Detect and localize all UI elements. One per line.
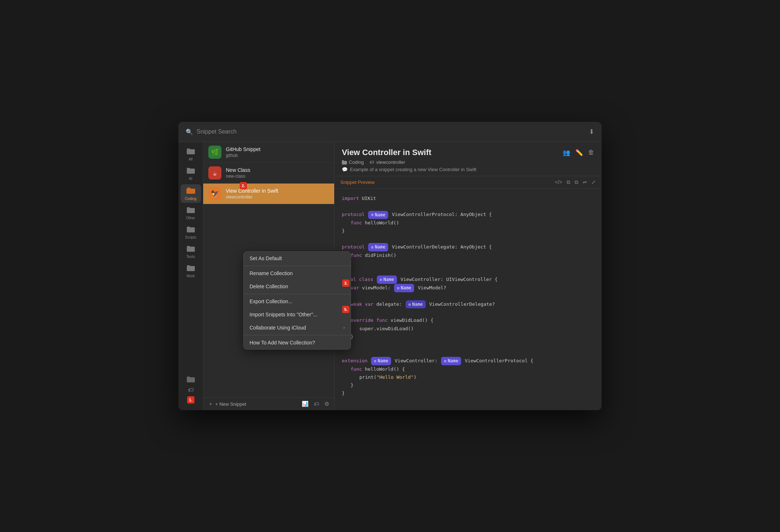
context-menu: 4. Set As Default 3. Rename Collection D… [243, 251, 351, 350]
step-badge-3: 3. [342, 280, 350, 287]
svg-rect-7 [187, 227, 190, 228]
code-line-18: } [342, 333, 594, 341]
search-bar: 🔍 ⬇ [178, 122, 602, 142]
svg-rect-9 [187, 246, 190, 247]
add-snippet-button[interactable]: ＋ + New Snippet [208, 401, 246, 407]
code-toolbar: Snippet Preview </> ⧉ ⧉ ⇌ ⤢ [335, 176, 602, 189]
code-line-blank-3 [342, 267, 594, 275]
sidebar-tag-icon[interactable]: 🏷 [188, 387, 194, 393]
search-icon: 🔍 [186, 128, 193, 135]
sidebar-item-other[interactable]: Other [181, 204, 201, 222]
code-line-blank-5 [342, 308, 594, 316]
svg-rect-1 [187, 149, 190, 150]
name-badge-6: ⊞ Name [371, 357, 391, 365]
name-badge-3: ⊞ Name [377, 275, 397, 284]
sidebar-item-ai[interactable]: AI [181, 165, 201, 183]
list-panel: 2. 🌿 GitHub Snippet github ☕ [203, 142, 335, 410]
svg-rect-10 [187, 266, 195, 271]
code-line-blank-6 [342, 349, 594, 357]
sidebar-label-scripts: Scripts [185, 235, 196, 239]
snippet-sub-viewcontroller: viewcontroller [226, 194, 329, 200]
sidebar-label-other: Other [186, 216, 195, 220]
code-line-blank-1 [342, 203, 594, 211]
folder-icon-coding [186, 186, 195, 196]
name-badge-5: ⊞ Name [406, 300, 426, 308]
svg-rect-13 [187, 377, 190, 378]
sidebar-label-tests: Tests [186, 255, 195, 259]
code-icon[interactable]: </> [555, 179, 562, 185]
step-badge-5: 5. [342, 306, 350, 313]
sidebar-label-all: All [189, 157, 193, 161]
code-line-22: func helloWorld() { [342, 365, 594, 373]
code-line-9: } [342, 259, 594, 267]
tag-icon[interactable]: 🏷 [314, 401, 319, 407]
snippet-info-viewcontroller: View Controller in Swift viewcontroller [226, 188, 329, 200]
snippet-item-newclass[interactable]: ☕ New Class new-class [203, 163, 334, 184]
chevron-right-icon: › [343, 325, 345, 330]
sidebar-label-work: Work [186, 274, 195, 278]
snippet-info-github: GitHub Snippet github [226, 146, 329, 158]
sidebar-folder-icon[interactable] [187, 376, 195, 384]
tag-icon-small: 🏷 [370, 159, 374, 165]
gear-icon[interactable]: ⚙ [324, 401, 329, 407]
detail-actions: 👥 ✏️ 🗑 [563, 149, 594, 157]
snippet-sub-newclass: new-class [226, 174, 329, 179]
context-menu-icloud[interactable]: Collaborate Using iCloud › [244, 321, 351, 334]
folder-icon-ai [187, 167, 195, 176]
notification-icon[interactable]: ⬇ [589, 128, 594, 136]
list-toolbar: ＋ + New Snippet 📊 🏷 ⚙ [203, 397, 334, 410]
svg-rect-0 [187, 149, 195, 154]
context-menu-sep-2 [244, 294, 351, 294]
code-line-11: final class ⊞ Name ViewController: UIVie… [342, 275, 594, 284]
snippet-icon-newclass: ☕ [208, 166, 221, 180]
delete-icon[interactable]: 🗑 [588, 149, 594, 157]
main-area: All AI Coding Other [178, 142, 602, 410]
copy-format-icon[interactable]: ⧉ [575, 179, 578, 185]
detail-title: View Controller in Swift [342, 148, 431, 157]
detail-description: 💬 Example of a snippet creating a new Vi… [342, 167, 594, 172]
snippet-name-github: GitHub Snippet [226, 146, 329, 152]
context-menu-import[interactable]: Import Snippets Into "Other"... [244, 308, 351, 321]
code-area[interactable]: import UIKit protocol ⊞ Name ViewControl… [335, 189, 602, 410]
code-line-8: func didFinish() [342, 251, 594, 259]
sidebar-item-tests[interactable]: Tests [181, 243, 201, 261]
sidebar-item-work[interactable]: Work [181, 262, 201, 280]
share-icon[interactable]: 👥 [563, 149, 570, 157]
detail-meta: Coding 🏷 viewcontroller [342, 159, 594, 165]
copy-icon[interactable]: ⧉ [567, 179, 570, 185]
tag-label: 🏷 viewcontroller [370, 159, 405, 165]
search-input[interactable] [197, 128, 585, 135]
detail-panel: View Controller in Swift 👥 ✏️ 🗑 Coding 🏷 [335, 142, 602, 410]
sidebar-item-all[interactable]: All [181, 146, 201, 163]
chart-icon[interactable]: 📊 [302, 401, 309, 407]
context-menu-rename[interactable]: Rename Collection [244, 267, 351, 280]
sidebar-item-scripts[interactable]: Scripts [181, 224, 201, 242]
folder-icon-tests [187, 245, 195, 254]
expand-icon[interactable]: ⤢ [591, 179, 596, 185]
code-line-1: import UIKit [342, 194, 594, 203]
step-badge-2: 2. [240, 182, 247, 189]
app-window: 🔍 ⬇ All AI [178, 122, 602, 410]
wrap-icon[interactable]: ⇌ [583, 179, 587, 185]
context-menu-set-default[interactable]: Set As Default [244, 252, 351, 265]
detail-header: View Controller in Swift 👥 ✏️ 🗑 Coding 🏷 [335, 142, 602, 176]
folder-icon-work [187, 265, 195, 273]
code-line-blank-4 [342, 292, 594, 300]
name-badge-4: ⊞ Name [394, 284, 414, 292]
context-menu-export[interactable]: Export Collection... [244, 295, 351, 308]
svg-rect-2 [187, 169, 195, 174]
edit-icon[interactable]: ✏️ [575, 149, 583, 157]
code-line-23: print("Hello World") [342, 373, 594, 381]
step-badge-1: 1. [187, 396, 194, 404]
code-line-3: protocol ⊞ Name ViewControllerProtocol: … [342, 211, 594, 219]
folder-icon-scripts [187, 226, 195, 234]
context-menu-help[interactable]: How To Add New Collection? [244, 336, 351, 349]
code-line-24: } [342, 381, 594, 389]
code-toolbar-actions: </> ⧉ ⧉ ⇌ ⤢ [555, 179, 596, 185]
folder-icon [187, 148, 195, 156]
sidebar-item-coding[interactable]: Coding [181, 184, 201, 203]
code-line-19: } [342, 341, 594, 349]
snippet-item-viewcontroller[interactable]: 🦅 View Controller in Swift viewcontrolle… [203, 184, 334, 204]
snippet-item-github[interactable]: 🌿 GitHub Snippet github [203, 142, 334, 163]
context-menu-delete[interactable]: Delete Collection [244, 280, 351, 293]
